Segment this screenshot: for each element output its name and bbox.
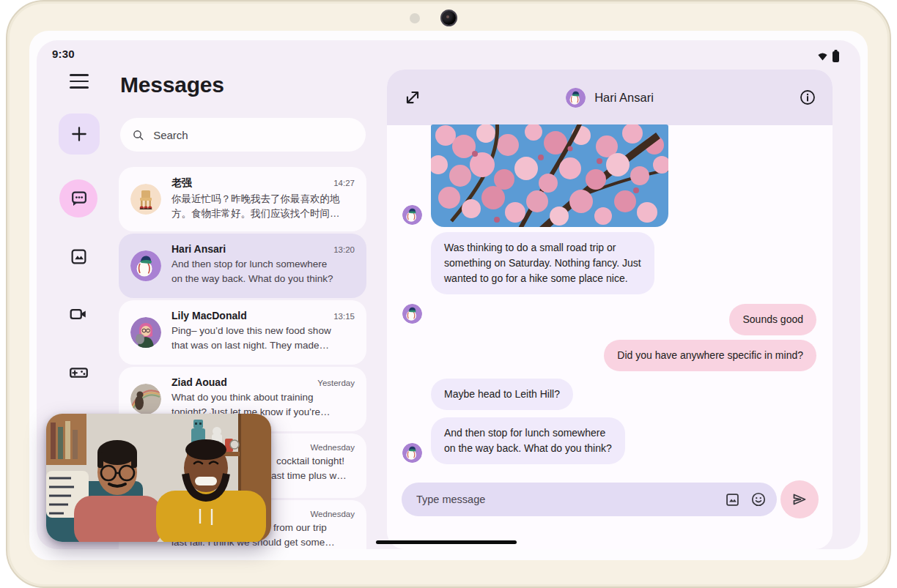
sender-avatar bbox=[402, 205, 422, 225]
tablet-device: 9:30 Messages bbox=[0, 0, 897, 588]
conversation-time: Wednesday bbox=[310, 443, 355, 452]
conversation-preview: cocktail tonight! bbox=[276, 454, 355, 469]
chat-bubble-icon bbox=[70, 190, 88, 208]
conversation-preview: ast time plus w… bbox=[271, 469, 355, 483]
status-icons bbox=[817, 50, 840, 62]
conversation-preview: that was on last night. They made… bbox=[171, 338, 355, 353]
chat-contact-name: Hari Ansari bbox=[594, 91, 654, 105]
new-conversation-button[interactable] bbox=[59, 113, 100, 155]
photo-message-cherry-blossoms[interactable] bbox=[431, 124, 668, 227]
composer-icons bbox=[725, 491, 767, 507]
plus-icon bbox=[70, 124, 89, 144]
conversation-laoqiang[interactable]: 老强14:27 你最近忙吗？昨晚我去了你最喜欢的地 方。食物非常好。我们应该找个… bbox=[119, 167, 366, 231]
conversation-preview: 你最近忙吗？昨晚我去了你最喜欢的地 bbox=[171, 192, 355, 206]
send-icon bbox=[791, 491, 808, 508]
avatar bbox=[130, 317, 161, 348]
conversation-preview: What do you think about training bbox=[171, 390, 355, 405]
contact-avatar bbox=[566, 88, 586, 108]
rail-item-video[interactable] bbox=[59, 295, 97, 333]
photo-icon bbox=[70, 248, 88, 266]
image-icon[interactable] bbox=[725, 492, 740, 507]
menu-icon[interactable] bbox=[70, 74, 89, 89]
message-input[interactable] bbox=[416, 494, 725, 505]
conversation-lily-macdonald[interactable]: Lily MacDonald13:15 Ping– you’d love thi… bbox=[119, 300, 366, 365]
battery-icon bbox=[832, 50, 840, 62]
camera-glint bbox=[446, 15, 449, 18]
conversation-preview: Ping– you’d love this new food show bbox=[171, 324, 355, 338]
conversation-name: Lily MacDonald bbox=[171, 310, 247, 321]
avatar bbox=[130, 250, 161, 281]
conversation-preview: 方。食物非常好。我们应该找个时间… bbox=[171, 206, 355, 221]
wifi-icon bbox=[817, 52, 828, 61]
conversation-name: Ziad Aouad bbox=[171, 376, 227, 388]
send-button[interactable] bbox=[780, 480, 819, 518]
rail-item-chats[interactable] bbox=[59, 179, 97, 217]
message-composer[interactable] bbox=[402, 483, 777, 516]
video-call-pip-window[interactable] bbox=[46, 414, 271, 542]
status-time: 9:30 bbox=[52, 48, 75, 60]
info-button[interactable] bbox=[799, 89, 816, 106]
conversation-preview: from our trip bbox=[273, 521, 355, 535]
chat-title-group: Hari Ansari bbox=[387, 70, 833, 125]
avatar bbox=[130, 384, 161, 414]
front-camera bbox=[440, 10, 457, 26]
sent-message[interactable]: Sounds good bbox=[729, 304, 816, 335]
conversation-time: Yesterday bbox=[317, 379, 355, 387]
conversation-name: 老强 bbox=[171, 176, 192, 190]
avatar bbox=[130, 184, 161, 215]
conversation-time: 13:20 bbox=[333, 245, 355, 254]
conversation-time: 14:27 bbox=[333, 179, 355, 187]
light-sensor-dot bbox=[410, 13, 420, 23]
conversation-time: Wednesday bbox=[310, 510, 355, 518]
gesture-navigation-bar[interactable] bbox=[376, 540, 517, 544]
search-bar[interactable] bbox=[120, 118, 366, 152]
conversation-name: Hari Ansari bbox=[171, 243, 226, 255]
received-message[interactable]: Was thinking to do a small road trip or … bbox=[431, 232, 654, 294]
conversation-preview: And then stop for lunch somewhere bbox=[171, 257, 355, 272]
sent-message[interactable]: Did you have anywhere specific in mind? bbox=[604, 340, 816, 371]
received-message[interactable]: Maybe head to Leith Hill? bbox=[431, 379, 573, 410]
sender-avatar bbox=[402, 443, 422, 463]
cherry-blossom-image bbox=[431, 124, 668, 227]
navigation-rail bbox=[59, 179, 97, 391]
rail-item-gallery[interactable] bbox=[59, 237, 97, 275]
video-camera-icon bbox=[69, 305, 88, 324]
conversation-time: 13:15 bbox=[333, 312, 355, 321]
search-input[interactable] bbox=[153, 129, 354, 141]
emoji-icon[interactable] bbox=[750, 491, 767, 507]
conversation-hari-ansari[interactable]: Hari Ansari13:20 And then stop for lunch… bbox=[119, 234, 366, 298]
received-message[interactable]: And then stop for lunch somewhere on the… bbox=[431, 417, 625, 464]
gamepad-icon bbox=[69, 362, 89, 382]
video-call-frame bbox=[46, 414, 271, 542]
sender-avatar bbox=[402, 304, 422, 324]
rail-item-games[interactable] bbox=[59, 353, 97, 391]
info-icon bbox=[799, 89, 816, 106]
page-title: Messages bbox=[120, 72, 224, 97]
conversation-preview: on the way back. What do you think? bbox=[171, 272, 355, 286]
chat-pane: Hari Ansari bbox=[387, 70, 833, 549]
search-icon bbox=[132, 128, 144, 142]
